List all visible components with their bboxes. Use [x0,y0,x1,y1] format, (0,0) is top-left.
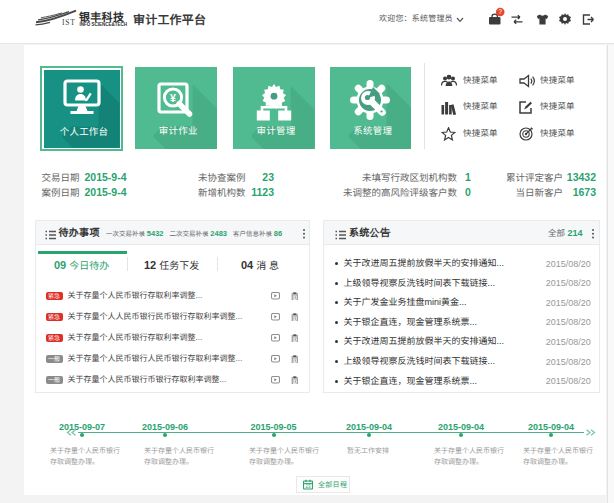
svg-text:¥: ¥ [170,92,176,104]
svg-text:23: 23 [305,484,311,489]
svg-text:?: ? [498,8,502,15]
